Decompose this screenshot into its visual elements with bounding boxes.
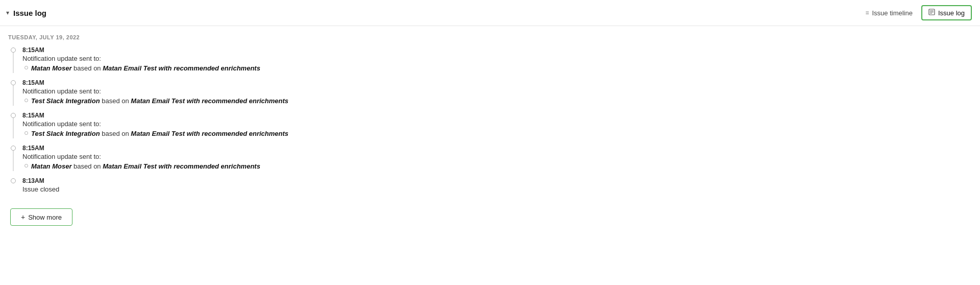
sub-item-2: Test Slack Integration based on Matan Em… [24, 97, 972, 105]
header-tabs: ≡ Issue timeline Issue log [859, 5, 972, 20]
timeline-body-2: 8:15AM Notification update sent to: Test… [18, 79, 972, 110]
entry-time-5: 8:13AM [22, 177, 972, 184]
chevron-icon: ▾ [6, 9, 9, 16]
date-label: Tuesday, July 19, 2022 [8, 34, 972, 40]
sub-name-4: Matan Moser [31, 162, 71, 170]
entry-action-2: Notification update sent to: [22, 87, 972, 95]
timeline-dot-5 [11, 178, 16, 183]
sub-name-1: Matan Moser [31, 64, 71, 72]
sub-text-4: Matan Moser based on Matan Email Test wi… [31, 162, 260, 170]
sub-template-4: Matan Email Test with recommended enrich… [103, 162, 260, 170]
timeline-dot-col-4 [8, 145, 18, 171]
sub-dot-2 [24, 99, 28, 102]
entry-time-4: 8:15AM [22, 145, 972, 152]
entry-action-4: Notification update sent to: [22, 153, 972, 160]
timeline: 8:15AM Notification update sent to: Mata… [8, 46, 972, 200]
tab-issue-log[interactable]: Issue log [921, 5, 972, 20]
timeline-dot-3 [11, 113, 16, 118]
main-content: Tuesday, July 19, 2022 8:15AM Notificati… [0, 26, 980, 234]
sub-connector-3: based on [102, 130, 131, 137]
timeline-dot-2 [11, 80, 16, 85]
log-icon [928, 9, 935, 17]
sub-item-1: Matan Moser based on Matan Email Test wi… [24, 64, 972, 72]
timeline-dot-col-5 [8, 177, 18, 183]
timeline-body-5: 8:13AM Issue closed [18, 177, 972, 200]
timeline-dot-4 [11, 146, 16, 151]
sub-text-1: Matan Moser based on Matan Email Test wi… [31, 64, 260, 72]
sub-dot-3 [24, 131, 28, 135]
timeline-dot-col-2 [8, 79, 18, 106]
show-more-label: Show more [28, 213, 62, 221]
sub-connector-1: based on [74, 64, 103, 72]
timeline-icon: ≡ [865, 9, 869, 16]
tab-issue-timeline[interactable]: ≡ Issue timeline [859, 6, 919, 20]
table-row: 8:15AM Notification update sent to: Mata… [8, 46, 972, 77]
sub-template-3: Matan Email Test with recommended enrich… [131, 130, 288, 137]
timeline-dot-1 [11, 48, 16, 53]
timeline-dot-col-3 [8, 112, 18, 138]
tab-log-label: Issue log [938, 9, 965, 17]
sub-text-3: Test Slack Integration based on Matan Em… [31, 130, 288, 137]
header-left: ▾ Issue log [6, 9, 46, 17]
plus-icon: + [21, 213, 25, 221]
sub-name-3: Test Slack Integration [31, 130, 100, 137]
timeline-dot-col-1 [8, 46, 18, 73]
table-row: 8:15AM Notification update sent to: Test… [8, 112, 972, 142]
timeline-line-4 [13, 151, 14, 171]
table-row: 8:15AM Notification update sent to: Test… [8, 79, 972, 110]
entry-action-3: Notification update sent to: [22, 120, 972, 128]
sub-item-3: Test Slack Integration based on Matan Em… [24, 130, 972, 137]
sub-item-4: Matan Moser based on Matan Email Test wi… [24, 162, 972, 170]
timeline-line-2 [13, 85, 14, 106]
sub-template-2: Matan Email Test with recommended enrich… [131, 97, 288, 105]
sub-text-2: Test Slack Integration based on Matan Em… [31, 97, 288, 105]
entry-time-2: 8:15AM [22, 79, 972, 86]
table-row: 8:13AM Issue closed [8, 177, 972, 200]
tab-timeline-label: Issue timeline [872, 9, 912, 17]
entry-action-5: Issue closed [22, 185, 972, 193]
timeline-body-1: 8:15AM Notification update sent to: Mata… [18, 46, 972, 77]
sub-connector-2: based on [102, 97, 131, 105]
entry-time-1: 8:15AM [22, 46, 972, 54]
sub-connector-4: based on [74, 162, 103, 170]
page-container: ▾ Issue log ≡ Issue timeline Issue log [0, 0, 980, 285]
header: ▾ Issue log ≡ Issue timeline Issue log [0, 0, 980, 26]
timeline-line-3 [13, 118, 14, 138]
sub-template-1: Matan Email Test with recommended enrich… [103, 64, 260, 72]
show-more-button[interactable]: + Show more [10, 208, 72, 226]
page-title: Issue log [13, 9, 46, 17]
timeline-line-1 [13, 53, 14, 73]
timeline-body-3: 8:15AM Notification update sent to: Test… [18, 112, 972, 142]
sub-dot-4 [24, 164, 28, 168]
entry-action-1: Notification update sent to: [22, 55, 972, 62]
sub-name-2: Test Slack Integration [31, 97, 100, 105]
table-row: 8:15AM Notification update sent to: Mata… [8, 145, 972, 175]
timeline-body-4: 8:15AM Notification update sent to: Mata… [18, 145, 972, 175]
sub-dot-1 [24, 66, 28, 69]
entry-time-3: 8:15AM [22, 112, 972, 119]
